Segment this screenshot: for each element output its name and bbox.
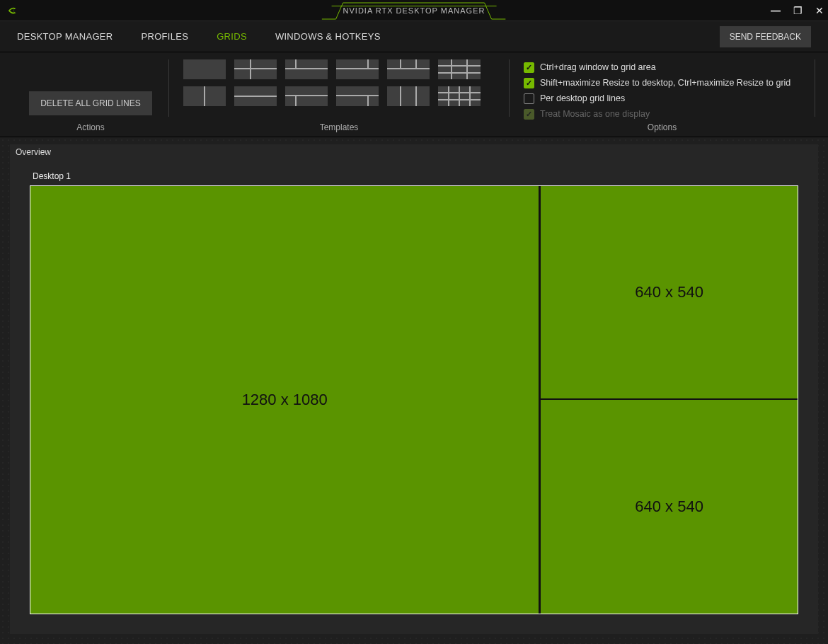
- option-mosaic-checkbox: [524, 109, 534, 120]
- options-label: Options: [510, 122, 815, 132]
- minimize-button[interactable]: —: [771, 5, 781, 16]
- option-per-desktop: Per desktop grid lines: [524, 91, 815, 106]
- template-l-bottom-left[interactable]: [285, 86, 328, 106]
- grid-region-top-right[interactable]: 640 x 540: [539, 186, 798, 400]
- actions-label: Actions: [13, 122, 168, 132]
- tab-grids[interactable]: GRIDS: [217, 31, 247, 42]
- template-l-bottom-right[interactable]: [336, 86, 379, 106]
- template-t-left[interactable]: [285, 59, 328, 79]
- option-per-desktop-label: Per desktop grid lines: [540, 93, 625, 103]
- option-mosaic: Treat Mosaic as one display: [524, 106, 815, 122]
- templates-section: Templates: [169, 52, 509, 137]
- main-area: Overview Desktop 1 1280 x 1080 640 x 540…: [0, 137, 828, 644]
- option-ctrl-drag-checkbox[interactable]: [524, 62, 534, 73]
- template-hline[interactable]: [234, 86, 277, 106]
- send-feedback-button[interactable]: SEND FEEDBACK: [720, 26, 811, 47]
- maximize-button[interactable]: ❐: [793, 5, 803, 16]
- template-grid-3x3[interactable]: [438, 86, 481, 106]
- option-shift-maximize-label: Shift+maximize Resize to desktop, Ctrl+m…: [540, 78, 790, 88]
- actions-section: DELETE ALL GRID LINES Actions: [13, 52, 168, 137]
- options-section: Ctrl+drag window to grid area Shift+maxi…: [510, 52, 815, 137]
- grid-region-bottom-right[interactable]: 640 x 540: [539, 398, 798, 614]
- tab-bar: DESKTOP MANAGER PROFILES GRIDS WINDOWS &…: [0, 21, 828, 52]
- app-window: NVIDIA RTX DESKTOP MANAGER — ❐ ✕ DESKTOP…: [0, 0, 828, 644]
- separator: [815, 59, 815, 117]
- tab-windows-hotkeys[interactable]: WINDOWS & HOTKEYS: [275, 31, 381, 42]
- tab-profiles[interactable]: PROFILES: [142, 31, 189, 42]
- grid-region-top-right-size: 640 x 540: [635, 283, 703, 301]
- option-mosaic-label: Treat Mosaic as one display: [540, 109, 650, 119]
- option-shift-maximize: Shift+maximize Resize to desktop, Ctrl+m…: [524, 75, 815, 91]
- option-per-desktop-checkbox[interactable]: [524, 93, 534, 104]
- template-t-right[interactable]: [336, 59, 379, 79]
- template-cross[interactable]: [234, 59, 277, 79]
- template-3col-hline[interactable]: [438, 59, 481, 79]
- template-3col[interactable]: [387, 86, 430, 106]
- option-shift-maximize-checkbox[interactable]: [524, 78, 534, 88]
- template-h-top[interactable]: [387, 59, 430, 79]
- title-bar: NVIDIA RTX DESKTOP MANAGER — ❐ ✕: [0, 0, 828, 21]
- title-container: NVIDIA RTX DESKTOP MANAGER: [332, 6, 497, 16]
- template-vline[interactable]: [183, 86, 226, 106]
- desktop-canvas[interactable]: 1280 x 1080 640 x 540 640 x 540: [30, 185, 798, 614]
- grid-region-left-size: 1280 x 1080: [242, 391, 328, 409]
- close-button[interactable]: ✕: [815, 5, 824, 16]
- option-ctrl-drag: Ctrl+drag window to grid area: [524, 59, 815, 75]
- grid-region-left[interactable]: 1280 x 1080: [30, 186, 540, 614]
- overview-body: Desktop 1 1280 x 1080 640 x 540 640 x 54…: [10, 160, 818, 634]
- grid-region-bottom-right-size: 640 x 540: [635, 498, 703, 516]
- toolbar: DELETE ALL GRID LINES Actions: [0, 52, 828, 137]
- templates-label: Templates: [169, 122, 509, 132]
- delete-all-grid-lines-button[interactable]: DELETE ALL GRID LINES: [29, 91, 152, 115]
- template-blank[interactable]: [183, 59, 226, 79]
- overview-label: Overview: [10, 144, 818, 160]
- desktop-label: Desktop 1: [30, 168, 798, 185]
- tab-desktop-manager[interactable]: DESKTOP MANAGER: [17, 31, 113, 42]
- option-ctrl-drag-label: Ctrl+drag window to grid area: [540, 62, 656, 72]
- nvidia-logo-icon: [7, 6, 21, 16]
- app-title: NVIDIA RTX DESKTOP MANAGER: [332, 6, 497, 16]
